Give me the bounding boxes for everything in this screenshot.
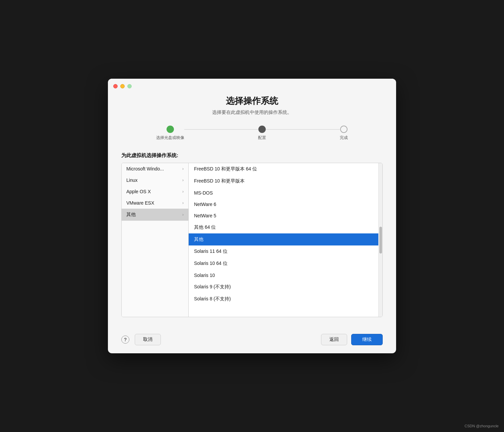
list-item[interactable]: 其他 64 位	[189, 221, 378, 233]
os-selector: Microsoft Windo... › Linux › Apple OS X …	[121, 163, 383, 317]
category-microsoft[interactable]: Microsoft Windo... ›	[122, 163, 188, 174]
step-line-2	[266, 129, 340, 130]
list-item[interactable]: Solaris 8 (不支持)	[189, 293, 378, 305]
page-subtitle: 选择要在此虚拟机中使用的操作系统。	[121, 110, 383, 116]
close-button[interactable]	[113, 84, 118, 88]
step-1-circle	[167, 126, 174, 133]
list-item[interactable]: FreeBSD 10 和更早版本	[189, 175, 378, 187]
list-item[interactable]: Solaris 9 (不支持)	[189, 281, 378, 293]
category-other[interactable]: 其他 ›	[122, 209, 188, 221]
stepper: 选择光盘或映像 配置 完成	[121, 126, 383, 141]
step-1-label: 选择光盘或映像	[156, 135, 184, 141]
step-3: 完成	[340, 126, 348, 141]
back-button[interactable]: 返回	[321, 334, 347, 345]
main-window: 选择操作系统 选择要在此虚拟机中使用的操作系统。 选择光盘或映像 配置 完成 为…	[108, 79, 396, 353]
content-area: 选择操作系统 选择要在此虚拟机中使用的操作系统。 选择光盘或映像 配置 完成 为…	[108, 88, 396, 327]
step-3-label: 完成	[340, 135, 348, 141]
titlebar	[108, 79, 396, 88]
category-apple-label: Apple OS X	[126, 189, 151, 194]
list-item[interactable]: NetWare 5	[189, 210, 378, 221]
step-1: 选择光盘或映像	[156, 126, 184, 141]
category-linux-label: Linux	[126, 177, 137, 183]
chevron-icon: ›	[182, 201, 184, 205]
maximize-button[interactable]	[127, 84, 132, 88]
page-title: 选择操作系统	[121, 95, 383, 107]
step-2-label: 配置	[258, 135, 266, 141]
list-item[interactable]: Solaris 10	[189, 270, 378, 281]
chevron-icon: ›	[182, 166, 184, 171]
step-2-circle	[258, 126, 266, 133]
step-2: 配置	[258, 126, 266, 141]
header: 选择操作系统 选择要在此虚拟机中使用的操作系统。	[121, 95, 383, 116]
watermark: CSDN @zhonguncle	[464, 424, 499, 428]
list-item[interactable]: NetWare 6	[189, 199, 378, 210]
help-button[interactable]: ?	[121, 336, 129, 344]
scrollbar-thumb[interactable]	[379, 227, 382, 254]
os-list: FreeBSD 10 和更早版本 64 位 FreeBSD 10 和更早版本 M…	[189, 163, 378, 317]
section-label: 为此虚拟机选择操作系统:	[121, 152, 383, 159]
os-categories: Microsoft Windo... › Linux › Apple OS X …	[122, 163, 189, 317]
category-vmware-label: VMware ESX	[126, 200, 154, 206]
list-item-other-selected[interactable]: 其他	[189, 233, 378, 245]
list-item[interactable]: MS-DOS	[189, 187, 378, 199]
minimize-button[interactable]	[120, 84, 125, 88]
category-linux[interactable]: Linux ›	[122, 174, 188, 186]
footer: ? 取消 返回 继续	[108, 327, 396, 353]
footer-left: ? 取消	[121, 334, 161, 345]
category-apple[interactable]: Apple OS X ›	[122, 186, 188, 197]
chevron-icon: ›	[182, 189, 184, 194]
chevron-icon: ›	[182, 212, 184, 217]
cancel-button[interactable]: 取消	[135, 334, 161, 345]
category-other-label: 其他	[126, 212, 136, 218]
list-item[interactable]: Solaris 11 64 位	[189, 245, 378, 258]
continue-button[interactable]: 继续	[351, 334, 383, 345]
category-microsoft-label: Microsoft Windo...	[126, 166, 164, 171]
step-3-circle	[340, 126, 348, 133]
list-item[interactable]: FreeBSD 10 和更早版本 64 位	[189, 163, 378, 175]
step-line-1	[184, 129, 258, 130]
category-vmware[interactable]: VMware ESX ›	[122, 197, 188, 209]
list-item[interactable]: Solaris 10 64 位	[189, 258, 378, 270]
scrollbar-track[interactable]	[378, 163, 382, 317]
chevron-icon: ›	[182, 178, 184, 183]
footer-right: 返回 继续	[321, 334, 383, 345]
